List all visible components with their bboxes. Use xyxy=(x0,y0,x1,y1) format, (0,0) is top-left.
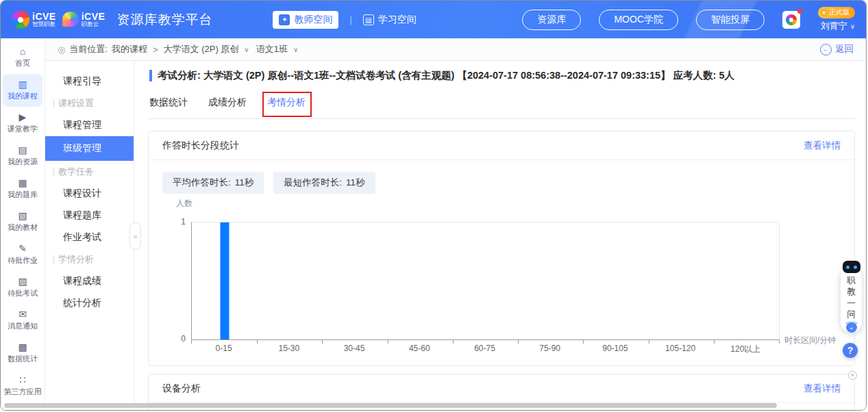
tab-grade-analysis[interactable]: 成绩分析 xyxy=(208,96,247,109)
rail-item-classroom-teaching[interactable]: ▶ 课堂教学 xyxy=(3,107,42,140)
resource-library-button[interactable]: 资源库 xyxy=(522,10,581,30)
header-actions: 资源库 MOOC学院 智能投屏 正式版 刘霄宁 ∨ xyxy=(522,7,855,32)
library-icon: ▤ xyxy=(18,145,27,155)
pencil-icon: ✎ xyxy=(18,244,27,254)
rail-item-my-courses[interactable]: ▥ 我的课程 xyxy=(3,74,42,107)
answer-duration-card: 作答时长分段统计 查看详情 平均作答时长: 11秒 最短作答时长: 11秒 人数… xyxy=(148,131,855,366)
close-widget-button[interactable]: × xyxy=(848,371,857,380)
breadcrumb-class-dropdown[interactable]: 语文1班 xyxy=(256,43,288,55)
tab-label: 考情分析 xyxy=(267,96,306,107)
back-arrow-icon: ← xyxy=(820,44,832,55)
home-icon: ⌂ xyxy=(20,47,25,57)
user-menu[interactable]: 正式版 刘霄宁 ∨ xyxy=(818,7,855,32)
caret-down-icon: ∨ xyxy=(850,23,855,30)
menu-item-statistical-analysis[interactable]: 统计分析 xyxy=(45,292,134,314)
icve-zhijiaoyun-logo: iCVE 职教云 xyxy=(62,12,106,28)
x-tick-label: 30-45 xyxy=(321,344,386,355)
menu-section-course-settings: 课程设置 xyxy=(45,92,134,114)
menu-item-homework-exam[interactable]: 作业考试 xyxy=(45,227,134,248)
book-icon: ▥ xyxy=(18,79,27,90)
breadcrumb-separator: > xyxy=(153,44,158,55)
rail-item-my-textbooks[interactable]: ▧ 我的教材 xyxy=(3,205,42,238)
logo-sub: 职教云 xyxy=(82,21,106,27)
teacher-space-label: 教师空间 xyxy=(294,14,332,26)
menu-item-course-guide[interactable]: 课程引导 xyxy=(45,70,134,92)
view-details-link[interactable]: 查看详情 xyxy=(804,140,841,152)
icve-swirl-logo-icon xyxy=(12,11,29,29)
menu-item-class-management[interactable]: 班级管理 xyxy=(45,136,134,161)
x-tick-label: 15-30 xyxy=(256,344,321,355)
back-button[interactable]: ← 返回 xyxy=(820,43,854,55)
x-tick-label: 45-60 xyxy=(387,344,452,355)
logo-brand: iCVE xyxy=(82,12,106,22)
assistant-collapse-button[interactable]: ⌄ xyxy=(846,322,857,333)
back-label: 返回 xyxy=(835,43,854,55)
nav-divider: | xyxy=(349,14,351,25)
tabs-divider xyxy=(148,118,855,119)
rail-item-home[interactable]: ⌂ 首页 xyxy=(3,41,42,74)
menu-item-course-grades[interactable]: 课程成绩 xyxy=(45,270,134,292)
view-details-link[interactable]: 查看详情 xyxy=(804,383,841,395)
x-axis-title: 时长区间/分钟 xyxy=(784,335,836,346)
avatar[interactable] xyxy=(782,11,800,29)
rail-item-my-resources[interactable]: ▤ 我的资源 xyxy=(3,140,42,172)
menu-item-course-management[interactable]: 课程管理 xyxy=(45,114,134,136)
bar-slot xyxy=(322,222,387,339)
version-badge: 正式版 xyxy=(818,7,855,18)
icve-zhihuizhijiao-logo: iCVE 智慧职教 xyxy=(12,11,56,29)
rail-item-messages[interactable]: ✉ 消息通知 xyxy=(3,304,42,337)
chart-x-labels: 0-1515-3030-4545-6060-7575-9090-105105-1… xyxy=(191,344,778,355)
duration-stats: 平均作答时长: 11秒 最短作答时长: 11秒 xyxy=(162,172,375,194)
logo-brand: iCVE xyxy=(32,12,56,22)
teacher-space-button[interactable]: ✦ 教师空间 xyxy=(273,11,338,29)
assistant-label: 职教一问 xyxy=(846,275,856,320)
rail-item-homework-to-grade[interactable]: ✎ 待批作业 xyxy=(3,238,42,271)
user-name: 刘霄宁 xyxy=(821,20,847,32)
section-marker xyxy=(53,99,54,107)
card-header: 设备分析 查看详情 xyxy=(149,374,854,403)
statistics-icon: ▩ xyxy=(18,342,27,352)
x-tick-label: 0-15 xyxy=(191,344,256,355)
rail-item-data-statistics[interactable]: ▩ 数据统计 xyxy=(3,337,42,370)
card-title: 设备分析 xyxy=(162,383,201,395)
assistant-widget[interactable]: 职教一问 ⌄ xyxy=(841,267,862,333)
menu-item-course-design[interactable]: 课程设计 xyxy=(45,183,134,205)
tab-data-statistics[interactable]: 数据统计 xyxy=(149,96,188,109)
bar-slot xyxy=(388,222,453,339)
card-title: 作答时长分段统计 xyxy=(162,140,239,152)
x-tick-label: 60-75 xyxy=(452,344,517,355)
caret-down-icon[interactable]: ∨ xyxy=(293,46,298,53)
section-marker xyxy=(53,255,54,263)
bar-slot xyxy=(518,222,583,339)
nav-rail: ⌂ 首页 ▥ 我的课程 ▶ 课堂教学 ▤ 我的资源 ▦ 我的题库 ▧ 我的教材 … xyxy=(1,38,45,410)
rail-item-exams-to-grade[interactable]: ▨ 待批考试 xyxy=(3,271,42,304)
menu-section-teaching-tasks: 教学任务 xyxy=(45,161,134,183)
menu-item-course-question-bank[interactable]: 课程题库 xyxy=(45,205,134,227)
icve-shell-logo-icon xyxy=(62,12,79,27)
mooc-academy-button[interactable]: MOOC学院 xyxy=(599,10,678,30)
message-icon: ✉ xyxy=(18,309,27,320)
question-bank-icon: ▦ xyxy=(18,178,27,188)
top-header: iCVE 智慧职教 iCVE 职教云 资源库教学平台 ✦ 教师空间 | ▤ xyxy=(1,1,866,38)
tab-exam-situation-analysis[interactable]: 考情分析 xyxy=(267,96,306,109)
x-tick-label: 90-105 xyxy=(582,344,647,355)
y-axis-title: 人数 xyxy=(176,198,193,209)
bar-slot xyxy=(453,222,518,339)
sidebar-collapse-button[interactable]: « xyxy=(129,222,141,250)
learning-space-icon: ▤ xyxy=(363,14,374,25)
help-button[interactable]: ? xyxy=(843,343,858,358)
breadcrumb-my-courses[interactable]: 我的课程 xyxy=(112,43,147,55)
rail-item-third-party-apps[interactable]: ∷ 第三方应用 xyxy=(3,370,42,402)
bar-slot xyxy=(257,222,322,339)
smart-screen-cast-button[interactable]: 智能投屏 xyxy=(696,10,765,30)
learning-space-button[interactable]: ▤ 学习空间 xyxy=(363,14,417,26)
breadcrumb-course-dropdown[interactable]: 大学语文 (2P) 原创 xyxy=(164,43,239,55)
caret-down-icon[interactable]: ∨ xyxy=(244,46,249,53)
breadcrumb: ◎ 当前位置: 我的课程 > 大学语文 (2P) 原创 ∨ 语文1班 ∨ ← 返… xyxy=(45,38,866,61)
logo-group[interactable]: iCVE 智慧职教 iCVE 职教云 资源库教学平台 xyxy=(12,11,212,29)
avatar-logo-icon xyxy=(786,14,797,25)
rail-item-my-question-bank[interactable]: ▦ 我的题库 xyxy=(3,172,42,205)
horizontal-scrollbar[interactable] xyxy=(4,403,777,408)
exam-analysis-title: 考试分析: 大学语文 (2P) 原创--语文1班--文档试卷考试 (含有主观题)… xyxy=(149,70,734,81)
location-label: 当前位置: xyxy=(69,43,108,55)
